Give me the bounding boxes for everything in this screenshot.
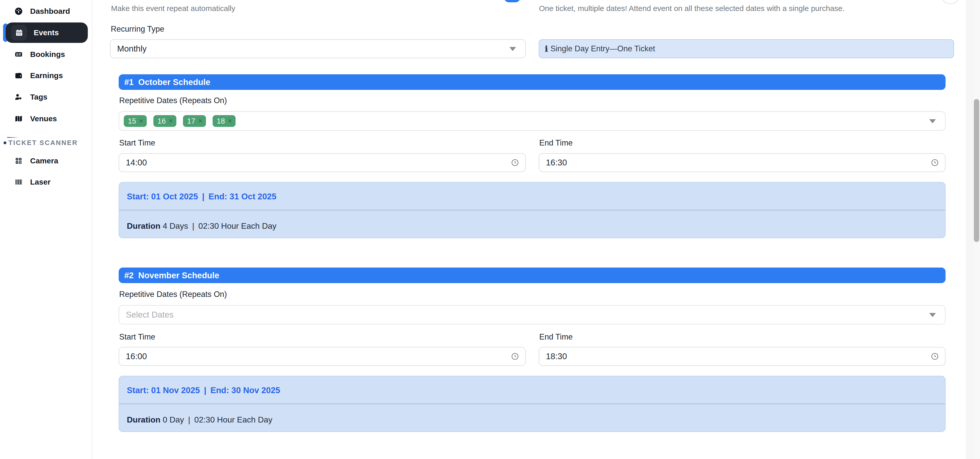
ticket-info-banner: ℹ Single Day Entry—One Ticket: [539, 39, 954, 58]
sidebar-item-label: Bookings: [30, 50, 65, 59]
sidebar-item-label: Venues: [30, 114, 57, 123]
corner-avatar-button[interactable]: [941, 0, 960, 4]
clock-icon: [931, 352, 939, 360]
sidebar-item-label: Events: [34, 28, 59, 37]
repetitive-dates-label: Repetitive Dates (Repeats On): [119, 96, 227, 105]
recurring-type-select[interactable]: Monthly: [110, 39, 526, 58]
schedule-2-header: #2 November Schedule: [119, 268, 945, 283]
content-scrollbar-track[interactable]: [966, 0, 973, 459]
date-chip: 16 ×: [153, 115, 177, 127]
sidebar-item-label: Camera: [30, 156, 58, 165]
qr-code-icon: [14, 156, 23, 165]
clock-icon: [931, 159, 939, 167]
sidebar-item-venues[interactable]: Venues: [0, 108, 92, 129]
user-tag-icon: [14, 92, 23, 101]
start-time-label: Start Time: [119, 332, 155, 341]
repetitive-dates-select[interactable]: 15 × 16 × 17 × 18 ×: [119, 111, 945, 131]
sidebar-item-label: Dashboard: [30, 7, 70, 16]
sidebar-item-bookings[interactable]: $ Bookings: [0, 44, 92, 65]
sidebar: Dashboard Events $ Bookings Earnings Tag…: [0, 0, 92, 459]
start-time-label: Start Time: [119, 139, 155, 148]
date-range-text: Start: 01 Nov 2025|End: 30 Nov 2025: [127, 386, 280, 395]
gauge-icon: [14, 7, 23, 16]
clock-icon: [511, 159, 519, 167]
schedule-number: #1: [124, 77, 134, 87]
duration-text: Duration 0 Day|02:30 Hour Each Day: [127, 415, 272, 424]
schedule-title: November Schedule: [138, 271, 219, 280]
sidebar-item-dashboard[interactable]: Dashboard: [0, 0, 92, 22]
sidebar-section-ticket-scanner: TICKET SCANNER: [0, 139, 92, 147]
repeat-toggle-hint: Make this event repeat automatically: [111, 4, 235, 13]
sidebar-item-tags[interactable]: Tags: [0, 86, 92, 108]
chevron-down-icon: [509, 47, 516, 51]
end-time-input[interactable]: 16:30: [539, 153, 945, 172]
schedule-1-summary: Start: 01 Oct 2025|End: 31 Oct 2025 Dura…: [119, 182, 945, 238]
sidebar-item-label: Tags: [30, 92, 48, 101]
date-range-text: Start: 01 Oct 2025|End: 31 Oct 2025: [127, 192, 277, 201]
end-time-label: End Time: [539, 332, 573, 341]
schedule-number: #2: [124, 271, 134, 280]
ticket-info-text: Single Day Entry—One Ticket: [550, 44, 655, 53]
sidebar-item-label: Laser: [30, 178, 51, 186]
info-icon: ℹ: [545, 44, 548, 54]
chip-remove-icon[interactable]: ×: [139, 118, 143, 124]
repetitive-dates-select[interactable]: Select Dates: [119, 305, 945, 325]
date-chip: 15 ×: [124, 115, 147, 127]
repeat-toggle-switch[interactable]: [504, 0, 520, 2]
sidebar-divider: [7, 137, 19, 138]
chip-remove-icon[interactable]: ×: [198, 118, 202, 124]
chip-remove-icon[interactable]: ×: [169, 118, 173, 124]
page-scrollbar-thumb[interactable]: [974, 99, 979, 242]
barcode-icon: [14, 178, 23, 186]
money-icon: $: [14, 50, 23, 59]
sidebar-item-events[interactable]: Events: [6, 22, 88, 43]
wallet-icon: [14, 71, 23, 80]
chevron-down-icon: [929, 313, 936, 317]
start-time-input[interactable]: 14:00: [119, 153, 526, 172]
sidebar-item-camera[interactable]: Camera: [0, 150, 92, 172]
sidebar-item-label: Earnings: [30, 71, 63, 80]
section-dot-icon: [3, 142, 6, 144]
sidebar-item-laser[interactable]: Laser: [0, 171, 92, 193]
start-time-input[interactable]: 16:00: [119, 347, 526, 366]
map-icon: [14, 114, 23, 123]
date-chip: 17 ×: [183, 115, 206, 127]
recurring-type-value: Monthly: [117, 44, 147, 54]
end-time-label: End Time: [539, 139, 573, 148]
clock-icon: [511, 352, 519, 360]
event-edit-page: Dashboard Events $ Bookings Earnings Tag…: [0, 0, 980, 459]
schedule-1-header: #1 October Schedule: [119, 74, 945, 90]
multi-date-hint: One ticket, multiple dates! Attend event…: [539, 4, 845, 13]
recurring-type-label: Recurring Type: [111, 24, 164, 34]
chevron-down-icon: [929, 119, 936, 123]
summary-divider: [119, 210, 945, 210]
svg-text:$: $: [16, 53, 18, 56]
calendar-icon: [11, 25, 27, 41]
schedule-2-summary: Start: 01 Nov 2025|End: 30 Nov 2025 Dura…: [119, 376, 945, 432]
schedule-title: October Schedule: [138, 77, 210, 87]
sidebar-item-earnings[interactable]: Earnings: [0, 65, 92, 86]
chip-remove-icon[interactable]: ×: [228, 118, 232, 124]
repetitive-dates-label: Repetitive Dates (Repeats On): [119, 290, 227, 299]
end-time-input[interactable]: 18:30: [539, 347, 945, 366]
duration-text: Duration 4 Days|02:30 Hour Each Day: [127, 222, 277, 231]
date-chip: 18 ×: [213, 115, 235, 127]
dates-placeholder: Select Dates: [126, 310, 173, 320]
summary-divider: [119, 403, 945, 404]
